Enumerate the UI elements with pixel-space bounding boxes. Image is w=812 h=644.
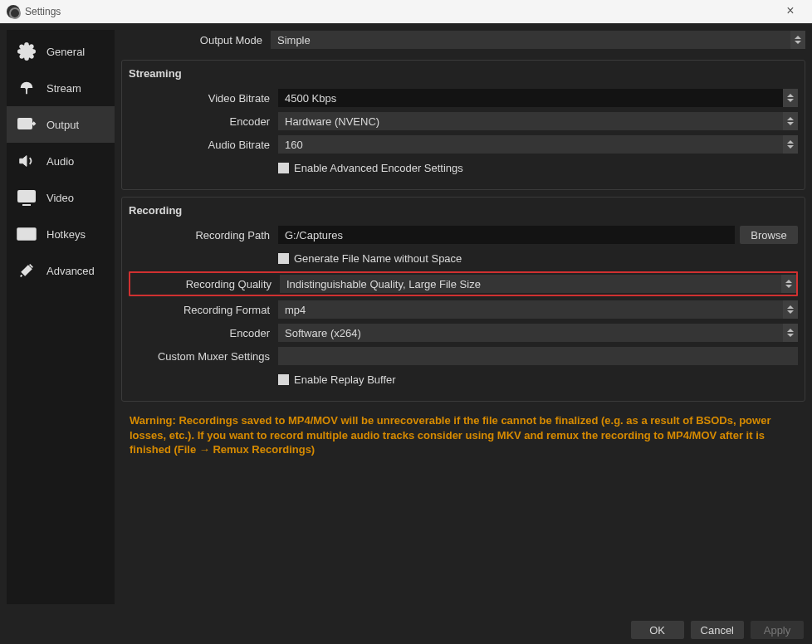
sidebar-item-general[interactable]: General bbox=[7, 33, 115, 70]
sidebar-label: General bbox=[46, 46, 85, 58]
recording-encoder-select[interactable]: Software (x264) bbox=[278, 324, 798, 342]
chevron-updown-icon bbox=[783, 324, 798, 342]
ok-button[interactable]: OK bbox=[631, 621, 684, 639]
svg-rect-2 bbox=[18, 119, 32, 129]
svg-rect-3 bbox=[18, 191, 35, 202]
input-value: 4500 Kbps bbox=[285, 92, 336, 105]
input-value: G:/Captures bbox=[285, 229, 343, 242]
group-title: Recording bbox=[129, 204, 798, 217]
sidebar-item-audio[interactable]: Audio bbox=[7, 143, 115, 179]
window-title: Settings bbox=[25, 6, 61, 17]
content-area: Output Mode Simple Streaming Video Bitra… bbox=[121, 30, 805, 604]
highlighted-row: Recording Quality Indistinguishable Qual… bbox=[129, 271, 798, 296]
select-value: Indistinguishable Quality, Large File Si… bbox=[286, 278, 481, 290]
replay-buffer-checkbox[interactable]: Enable Replay Buffer bbox=[278, 373, 396, 386]
group-title: Streaming bbox=[129, 67, 798, 80]
svg-point-1 bbox=[26, 87, 27, 89]
gear-icon bbox=[15, 40, 38, 63]
checkbox-label: Enable Replay Buffer bbox=[294, 373, 396, 386]
muxer-label: Custom Muxer Settings bbox=[129, 350, 278, 363]
sidebar-label: Video bbox=[46, 192, 74, 204]
muxer-input[interactable] bbox=[278, 347, 798, 365]
checkbox-label: Enable Advanced Encoder Settings bbox=[294, 162, 463, 174]
recording-path-label: Recording Path bbox=[129, 229, 278, 242]
recording-path-input[interactable]: G:/Captures bbox=[278, 226, 735, 244]
sidebar-label: Output bbox=[46, 119, 79, 131]
titlebar: Settings × bbox=[0, 0, 812, 23]
recording-format-label: Recording Format bbox=[129, 304, 278, 316]
streaming-encoder-label: Encoder bbox=[129, 115, 278, 128]
close-button[interactable]: × bbox=[777, 3, 804, 18]
speaker-icon bbox=[15, 149, 38, 173]
sidebar-item-stream[interactable]: Stream bbox=[7, 70, 115, 106]
audio-bitrate-label: Audio Bitrate bbox=[129, 139, 278, 151]
app-icon bbox=[7, 5, 20, 18]
streaming-encoder-select[interactable]: Hardware (NVENC) bbox=[278, 112, 798, 130]
monitor-icon bbox=[15, 186, 38, 209]
cancel-button[interactable]: Cancel bbox=[691, 621, 744, 639]
checkbox-box[interactable] bbox=[278, 253, 289, 264]
tools-icon bbox=[15, 259, 38, 282]
checkbox-box[interactable] bbox=[278, 374, 289, 385]
sidebar-item-output[interactable]: Output bbox=[7, 106, 115, 143]
apply-button[interactable]: Apply bbox=[751, 621, 804, 639]
output-mode-label: Output Mode bbox=[121, 34, 271, 46]
audio-bitrate-select[interactable]: 160 bbox=[278, 135, 798, 154]
sidebar-label: Advanced bbox=[46, 265, 95, 277]
chevron-updown-icon bbox=[781, 275, 796, 293]
recording-encoder-label: Encoder bbox=[129, 327, 278, 339]
warning-text: Warning: Recordings saved to MP4/MOV wil… bbox=[121, 408, 805, 461]
output-mode-select[interactable]: Simple bbox=[271, 31, 805, 49]
select-value: Hardware (NVENC) bbox=[285, 115, 379, 128]
select-value: 160 bbox=[285, 139, 303, 151]
chevron-updown-icon bbox=[783, 135, 798, 154]
recording-group: Recording Recording Path G:/Captures Bro… bbox=[121, 197, 805, 402]
advanced-encoder-checkbox[interactable]: Enable Advanced Encoder Settings bbox=[278, 162, 463, 174]
select-value: Simple bbox=[277, 34, 311, 46]
sidebar-item-video[interactable]: Video bbox=[7, 179, 115, 216]
sidebar: General Stream Output Audio Video bbox=[7, 30, 115, 604]
video-bitrate-input[interactable]: 4500 Kbps bbox=[278, 89, 798, 107]
output-icon bbox=[15, 113, 38, 136]
browse-button[interactable]: Browse bbox=[740, 226, 798, 244]
spinner-icon[interactable] bbox=[783, 89, 798, 107]
select-value: Software (x264) bbox=[285, 327, 361, 339]
checkbox-label: Generate File Name without Space bbox=[294, 252, 462, 265]
recording-quality-select[interactable]: Indistinguishable Quality, Large File Si… bbox=[280, 275, 796, 293]
select-value: mp4 bbox=[285, 304, 306, 316]
sidebar-label: Audio bbox=[46, 155, 74, 168]
keyboard-icon bbox=[15, 222, 38, 246]
sidebar-item-hotkeys[interactable]: Hotkeys bbox=[7, 216, 115, 252]
sidebar-label: Stream bbox=[46, 82, 81, 95]
chevron-updown-icon bbox=[783, 300, 798, 319]
signal-icon bbox=[15, 76, 38, 100]
output-mode-row: Output Mode Simple bbox=[121, 30, 805, 50]
sidebar-item-advanced[interactable]: Advanced bbox=[7, 252, 115, 289]
chevron-updown-icon bbox=[790, 31, 805, 49]
recording-format-select[interactable]: mp4 bbox=[278, 300, 798, 319]
recording-quality-label: Recording Quality bbox=[130, 278, 280, 290]
video-bitrate-label: Video Bitrate bbox=[129, 92, 278, 105]
chevron-updown-icon bbox=[783, 112, 798, 130]
sidebar-label: Hotkeys bbox=[46, 228, 86, 241]
dialog-buttons: OK Cancel Apply bbox=[631, 621, 804, 639]
streaming-group: Streaming Video Bitrate 4500 Kbps Encode… bbox=[121, 60, 805, 190]
filename-nospace-checkbox[interactable]: Generate File Name without Space bbox=[278, 252, 462, 265]
checkbox-box[interactable] bbox=[278, 163, 289, 173]
